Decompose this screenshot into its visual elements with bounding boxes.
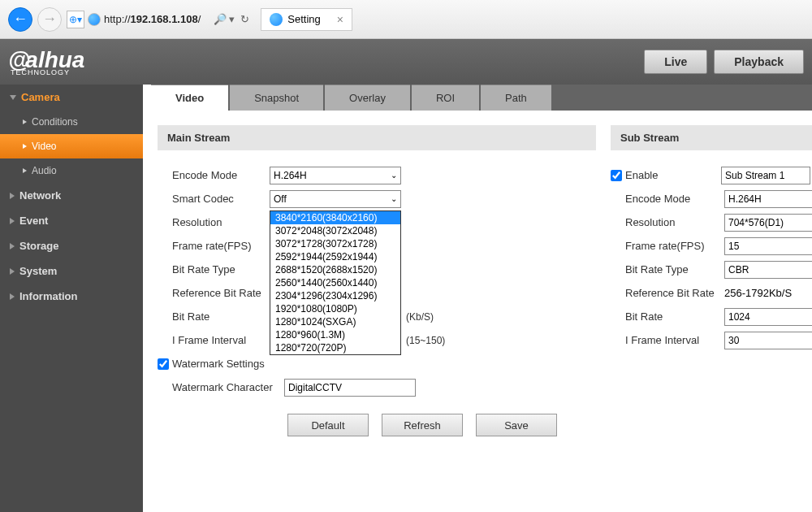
url-text: http://192.168.1.108/ [104,13,201,25]
resolution-dropdown-list[interactable]: 3840*2160(3840x2160) 3072*2048(3072x2048… [270,210,401,355]
watermark-checkbox[interactable] [158,358,169,370]
resolution-option[interactable]: 2560*1440(2560x1440) [270,276,400,289]
app-header: @alhua TECHNOLOGY Live Playback [0,39,812,85]
ref-bit-rate-label: Reference Bit Rate [172,287,270,299]
dropdown-icon[interactable]: ⊕▾ [67,11,84,28]
sub-i-frame-label: I Frame Interval [625,334,724,346]
sub-resolution-select[interactable]: 704*576(D1) [724,214,812,232]
sidebar-item-system[interactable]: System [0,258,143,284]
save-button[interactable]: Save [476,414,557,436]
playback-button[interactable]: Playback [714,50,804,74]
resolution-option[interactable]: 1920*1080(1080P) [270,302,400,315]
chevron-down-icon: ⌄ [391,171,397,180]
smart-codec-label: Smart Codec [172,193,270,205]
resolution-option[interactable]: 1280*1024(SXGA) [270,315,400,328]
sub-encode-mode-label: Encode Mode [625,193,724,205]
sub-frame-rate-select[interactable]: 15 [724,237,812,255]
watermark-input[interactable] [284,379,416,397]
substream-select[interactable]: Sub Stream 1 [721,167,810,184]
browser-tab[interactable]: Setting × [261,8,352,31]
i-frame-label: I Frame Interval [172,334,270,346]
back-button[interactable]: ← [8,7,32,32]
tab-title: Setting [287,13,320,25]
sidebar: Camera Conditions Video Audio Network Ev… [0,85,143,512]
sub-frame-rate-label: Frame rate(FPS) [625,240,724,252]
sub-ref-bit-rate-value: 256-1792Kb/S [724,287,792,299]
resolution-label: Resolution [172,216,270,228]
ie-icon [88,13,101,26]
tab-overlay[interactable]: Overlay [325,85,410,111]
resolution-option[interactable]: 3072*2048(3072x2048) [270,224,400,237]
browser-toolbar: ← → ⊕▾ http://192.168.1.108/ 🔎 ▾ ↻ Setti… [0,0,812,39]
chevron-down-icon: ⌄ [391,194,397,203]
sub-bit-rate-type-label: Bit Rate Type [625,263,724,276]
tab-path[interactable]: Path [481,85,551,111]
resolution-option[interactable]: 2592*1944(2592x1944) [270,250,400,263]
sub-stream-title: Sub Stream [611,125,812,150]
encode-mode-select[interactable]: H.264H⌄ [270,167,401,184]
sidebar-item-conditions[interactable]: Conditions [0,110,143,134]
logo: @alhua TECHNOLOGY [8,47,84,76]
encode-mode-label: Encode Mode [172,169,270,181]
search-refresh-icons[interactable]: 🔎 ▾ ↻ [207,13,249,25]
sub-encode-mode-select[interactable]: H.264H [724,190,812,208]
tab-favicon [270,13,283,26]
frame-rate-label: Frame rate(FPS) [172,240,270,252]
substream-enable-checkbox[interactable] [611,170,622,181]
enable-label: Enable [625,169,721,181]
sub-bit-rate-select[interactable]: 1024 [724,308,812,326]
smart-codec-select[interactable]: Off⌄ [270,190,401,208]
resolution-option[interactable]: 2688*1520(2688x1520) [270,263,400,276]
resolution-option[interactable]: 1280*720(720P) [270,341,400,354]
i-frame-unit: (15~150) [406,335,445,346]
refresh-button[interactable]: Refresh [382,414,463,436]
sub-bit-rate-label: Bit Rate [625,310,724,323]
main-stream-title: Main Stream [158,125,596,150]
resolution-option[interactable]: 2304*1296(2304x1296) [270,289,400,302]
sub-resolution-label: Resolution [625,216,724,228]
sub-bit-rate-type-select[interactable]: CBR [724,261,812,279]
resolution-option[interactable]: 3840*2160(3840x2160) [270,211,400,224]
tab-close-icon[interactable]: × [337,13,343,26]
sidebar-item-camera[interactable]: Camera [0,85,143,110]
bit-rate-unit: (Kb/S) [406,311,434,323]
bit-rate-type-label: Bit Rate Type [172,263,270,276]
sub-ref-bit-rate-label: Reference Bit Rate [625,287,724,299]
tab-video[interactable]: Video [151,85,228,111]
resolution-option[interactable]: 1280*960(1.3M) [270,328,400,341]
live-button[interactable]: Live [644,50,707,74]
sidebar-item-video[interactable]: Video [0,134,143,158]
sidebar-item-information[interactable]: Information [0,284,143,309]
bit-rate-label: Bit Rate [172,310,270,323]
watermark-char-label: Watermark Character [172,381,284,393]
content-tabs: Video Snapshot Overlay ROI Path [151,85,812,111]
tab-snapshot[interactable]: Snapshot [230,85,323,111]
forward-button[interactable]: → [37,7,62,32]
sub-i-frame-input[interactable] [724,332,812,349]
sidebar-item-audio[interactable]: Audio [0,158,143,183]
tab-roi[interactable]: ROI [412,85,479,111]
default-button[interactable]: Default [287,414,369,436]
sidebar-item-event[interactable]: Event [0,208,143,233]
address-bar[interactable]: ⊕▾ http://192.168.1.108/ 🔎 ▾ ↻ [67,8,249,31]
sidebar-item-network[interactable]: Network [0,183,143,208]
watermark-settings-label: Watermark Settings [172,358,265,370]
sidebar-item-storage[interactable]: Storage [0,233,143,258]
resolution-option[interactable]: 3072*1728(3072x1728) [270,237,400,250]
